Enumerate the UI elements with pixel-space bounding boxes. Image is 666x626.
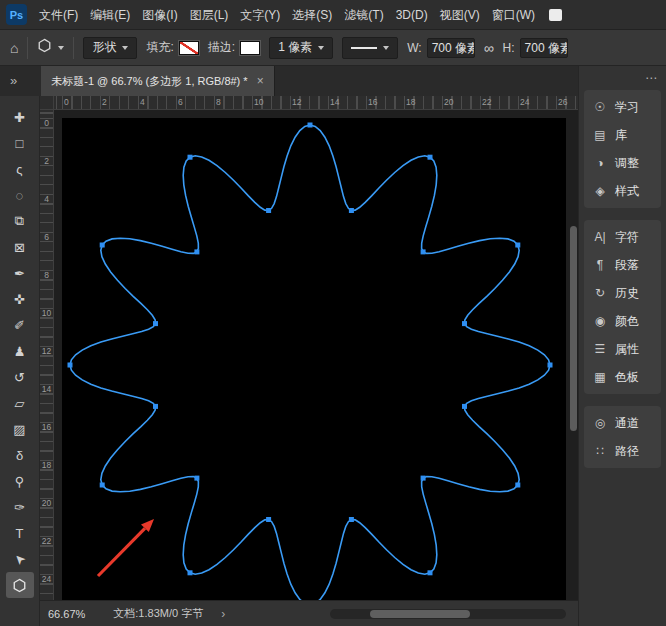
panel-item-label: 调整 (615, 155, 639, 172)
menu-item[interactable]: 滤镜(T) (338, 0, 389, 30)
move-tool[interactable]: ✚ (6, 104, 34, 130)
panel-more-icon[interactable]: ⋯ (645, 71, 657, 85)
ruler-number: 12 (292, 97, 301, 107)
polygon-path (70, 125, 550, 600)
panel-item-label: 色板 (615, 369, 639, 386)
blur-tool[interactable]: δ (6, 442, 34, 468)
shape-width-field[interactable]: 700 像素 (427, 38, 475, 58)
panel-item-libraries[interactable]: ▤库 (584, 121, 661, 149)
white-square-icon[interactable] (549, 9, 562, 21)
eraser-tool[interactable]: ▱ (6, 390, 34, 416)
panel-item-styles[interactable]: ◈样式 (584, 177, 661, 205)
ruler-number: 2 (40, 156, 53, 166)
horizontal-scrollbar-thumb[interactable] (370, 610, 470, 618)
line-style-icon (351, 47, 377, 49)
shape-mode-select[interactable]: 形状 (83, 37, 137, 59)
dodge-tool[interactable]: ⚲ (6, 468, 34, 494)
width-label: W: (407, 41, 421, 55)
home-icon[interactable]: ⌂ (10, 41, 18, 55)
menu-item[interactable]: 图像(I) (136, 0, 183, 30)
panel-item-learn[interactable]: ☉学习 (584, 93, 661, 121)
height-label: H: (503, 41, 515, 55)
stroke-style-select[interactable] (342, 37, 398, 59)
chevron-down-icon (383, 46, 389, 50)
document-tab-title: 未标题-1 @ 66.7% (多边形 1, RGB/8#) * (51, 74, 247, 89)
clone-stamp-tool[interactable]: ♟ (6, 338, 34, 364)
zoom-level-field[interactable]: 66.67% (48, 608, 85, 620)
panel-item-swatches[interactable]: ▦色板 (584, 363, 661, 391)
stroke-width-select[interactable]: 1 像素 (269, 37, 333, 59)
gradient-tool[interactable]: ▨ (6, 416, 34, 442)
menu-item[interactable]: 文件(F) (33, 0, 84, 30)
menu-item[interactable]: 视图(V) (434, 0, 486, 30)
panel-item-paths[interactable]: ∷路径 (584, 437, 661, 465)
close-icon[interactable]: × (257, 74, 264, 88)
quick-selection-tool[interactable]: ◌ (6, 182, 34, 208)
panel-item-label: 路径 (615, 443, 639, 460)
lasso-tool[interactable]: ς (6, 156, 34, 182)
polygon-tool[interactable] (6, 572, 34, 598)
separator (27, 37, 28, 59)
path-anchors (68, 123, 553, 601)
panel-item-character[interactable]: A|字符 (584, 223, 661, 251)
paragraph-icon: ¶ (592, 258, 608, 272)
panel-item-label: 通道 (615, 415, 639, 432)
ruler-number: 6 (178, 97, 183, 107)
ruler-number: 16 (40, 422, 53, 432)
pen-tool[interactable]: ✑ (6, 494, 34, 520)
right-panel: ⋯ ☉学习▤库◑调整◈样式A|字符¶段落↻历史◉颜色☰属性▦色板◎通道∷路径 (578, 66, 666, 626)
history-brush-tool[interactable]: ↺ (6, 364, 34, 390)
document-canvas[interactable] (62, 118, 566, 600)
eyedropper-tool[interactable]: ✒ (6, 260, 34, 286)
frame-tool[interactable]: ⊠ (6, 234, 34, 260)
swatches-icon: ▦ (592, 370, 608, 384)
panel-item-label: 字符 (615, 229, 639, 246)
menu-item[interactable]: 编辑(E) (84, 0, 136, 30)
panel-item-label: 颜色 (615, 313, 639, 330)
double-chevron-icon[interactable]: » (0, 66, 27, 96)
history-icon: ↻ (592, 286, 608, 300)
learn-icon: ☉ (592, 100, 608, 114)
shape-height-field[interactable]: 700 像素 (520, 38, 568, 58)
menu-item[interactable]: 3D(D) (390, 0, 434, 30)
panel-item-channels[interactable]: ◎通道 (584, 409, 661, 437)
panel-item-label: 历史 (615, 285, 639, 302)
panel-item-label: 样式 (615, 183, 639, 200)
menu-item[interactable]: 窗口(W) (486, 0, 541, 30)
menu-item[interactable]: 选择(S) (286, 0, 338, 30)
properties-icon: ☰ (592, 342, 608, 356)
panel-item-color[interactable]: ◉颜色 (584, 307, 661, 335)
document-tab-bar: » 未标题-1 @ 66.7% (多边形 1, RGB/8#) * × (0, 66, 578, 96)
type-tool[interactable]: T (6, 520, 34, 546)
menu-item[interactable]: 图层(L) (184, 0, 235, 30)
brush-tool[interactable]: ✐ (6, 312, 34, 338)
stroke-swatch[interactable] (240, 41, 260, 55)
menu-items: 文件(F)编辑(E)图像(I)图层(L)文字(Y)选择(S)滤镜(T)3D(D)… (33, 0, 541, 30)
document-tab[interactable]: 未标题-1 @ 66.7% (多边形 1, RGB/8#) * × (41, 66, 274, 96)
panel-item-adjustments[interactable]: ◑调整 (584, 149, 661, 177)
tool-preset-button[interactable] (37, 38, 64, 57)
channels-icon: ◎ (592, 416, 608, 430)
rect-marquee-tool[interactable]: □ (6, 130, 34, 156)
menu-item[interactable]: 文字(Y) (234, 0, 286, 30)
horizontal-scrollbar[interactable] (330, 609, 566, 619)
panel-item-paragraph[interactable]: ¶段落 (584, 251, 661, 279)
path-selection-tool[interactable]: ➤ (6, 546, 34, 572)
ruler-number: 14 (330, 97, 339, 107)
ruler-number: 10 (40, 308, 53, 318)
panel-item-label: 学习 (615, 99, 639, 116)
document-size-info: 文档:1.83M/0 字节 (113, 606, 203, 621)
healing-brush-tool[interactable]: ✜ (6, 286, 34, 312)
status-chevron-icon[interactable]: › (221, 607, 225, 621)
link-dimensions-icon[interactable]: ∞ (484, 41, 494, 55)
character-icon: A| (592, 230, 608, 244)
menu-bar: Ps 文件(F)编辑(E)图像(I)图层(L)文字(Y)选择(S)滤镜(T)3D… (0, 0, 666, 30)
panel-item-history[interactable]: ↻历史 (584, 279, 661, 307)
crop-tool[interactable]: ⧉ (6, 208, 34, 234)
panel-item-label: 属性 (615, 341, 639, 358)
separator (73, 37, 74, 59)
photoshop-logo: Ps (6, 4, 27, 25)
panel-item-properties[interactable]: ☰属性 (584, 335, 661, 363)
vertical-scrollbar[interactable] (570, 226, 577, 431)
fill-swatch[interactable] (179, 41, 199, 55)
